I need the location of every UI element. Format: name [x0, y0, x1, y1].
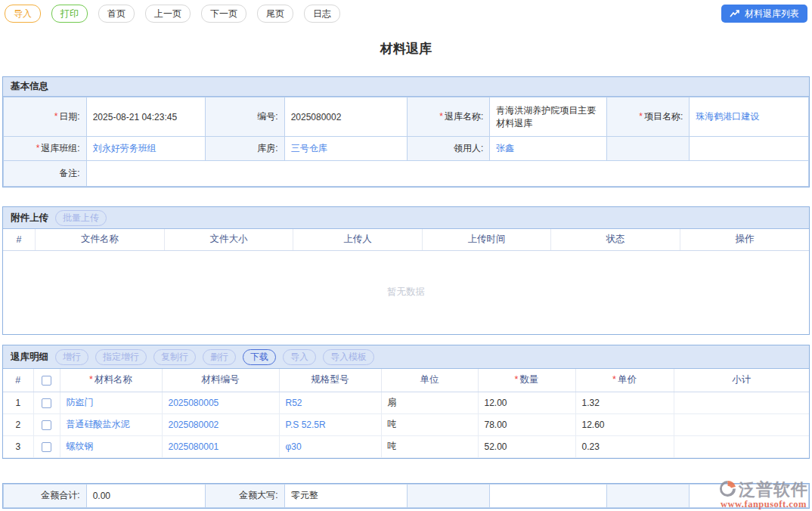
- copy-row-button[interactable]: 复制行: [153, 349, 196, 365]
- row-checkbox[interactable]: [42, 442, 51, 452]
- remark-field[interactable]: [86, 161, 808, 187]
- det-col-subtotal: 小计: [674, 369, 809, 392]
- att-col-uploader: 上传人: [293, 229, 423, 250]
- det-col-select: [33, 369, 60, 392]
- empty-field: [690, 137, 809, 161]
- recipient-label-cell: 领用人:: [407, 137, 490, 161]
- det-col-material-name: *材料名称: [60, 369, 162, 392]
- material-code-cell: 2025080002: [162, 413, 279, 435]
- det-col-index: #: [3, 369, 33, 392]
- qty-cell[interactable]: 52.00: [478, 435, 575, 457]
- subtotal-cell: [674, 435, 809, 457]
- download-button[interactable]: 下载: [243, 349, 276, 365]
- date-label-cell: *日期:: [4, 98, 87, 137]
- empty-label-cell: [606, 137, 690, 161]
- recipient-field[interactable]: 张鑫: [490, 137, 606, 161]
- detail-title: 退库明细: [11, 351, 48, 364]
- det-col-price: *单价: [575, 369, 674, 392]
- det-col-material-code: 材料编号: [162, 369, 279, 392]
- project-link[interactable]: 珠海鹤港口建设: [696, 111, 759, 122]
- qty-cell[interactable]: 78.00: [478, 413, 575, 435]
- attachments-empty-row: 暂无数据: [3, 250, 809, 334]
- det-col-qty: *数量: [478, 369, 575, 392]
- detail-table: # *材料名称 材料编号 规格型号 单位 *数量 *单价 小计 1 防盗门 20…: [3, 369, 809, 458]
- log-button[interactable]: 日志: [304, 5, 340, 23]
- detail-row: 1 防盗门 2025080005 R52 扇 12.00 1.32: [3, 392, 809, 413]
- qty-cell[interactable]: 12.00: [478, 392, 575, 413]
- material-name-link[interactable]: 普通硅酸盐水泥: [67, 419, 130, 429]
- material-name-cell: 螺纹钢: [60, 435, 162, 457]
- list-button-label: 材料退库列表: [745, 8, 799, 19]
- material-code-link[interactable]: 2025080005: [169, 398, 219, 408]
- spec-link[interactable]: P.S 52.5R: [286, 420, 326, 430]
- prev-page-button[interactable]: 上一页: [145, 5, 191, 23]
- amount-caps-field: 零元整: [284, 484, 407, 507]
- return-name-field[interactable]: 青海洪湖养护院项目主要材料退库: [490, 98, 606, 137]
- price-cell[interactable]: 12.60: [575, 413, 674, 435]
- import-button[interactable]: 导入: [5, 5, 41, 23]
- att-col-status: 状态: [551, 229, 680, 250]
- team-label-cell: *退库班组:: [4, 137, 87, 161]
- team-link[interactable]: 刘永好劳务班组: [93, 143, 157, 153]
- detail-row: 2 普通硅酸盐水泥 2025080002 P.S 52.5R 吨 78.00 1…: [3, 413, 809, 435]
- top-toolbar: 导入 打印 首页 上一页 下一页 尾页 日志 材料退库列表: [0, 0, 812, 23]
- next-page-button[interactable]: 下一页: [201, 5, 246, 23]
- basic-info-header: 基本信息: [3, 77, 809, 97]
- det-col-unit: 单位: [381, 369, 478, 392]
- add-row-button[interactable]: 增行: [55, 349, 88, 365]
- select-all-checkbox[interactable]: [42, 376, 51, 386]
- summary-empty-field-1: [490, 484, 606, 507]
- warehouse-field[interactable]: 三号仓库: [284, 137, 407, 161]
- import-rows-button[interactable]: 导入: [283, 349, 316, 365]
- det-col-spec: 规格型号: [279, 369, 381, 392]
- team-field[interactable]: 刘永好劳务班组: [86, 137, 206, 161]
- material-code-link[interactable]: 2025080002: [169, 420, 219, 430]
- detail-header-row: # *材料名称 材料编号 规格型号 单位 *数量 *单价 小计: [3, 369, 809, 392]
- attachments-section: 附件上传 批量上传 # 文件名称 文件大小 上传人 上传时间 状态 操作 暂无数…: [2, 206, 810, 335]
- spec-cell: R52: [279, 392, 381, 413]
- price-cell[interactable]: 0.23: [575, 435, 674, 457]
- remark-label-cell: 备注:: [4, 161, 87, 187]
- spec-cell: φ30: [279, 435, 381, 457]
- row-checkbox[interactable]: [42, 420, 51, 430]
- attachments-table: # 文件名称 文件大小 上传人 上传时间 状态 操作 暂无数据: [3, 229, 809, 334]
- att-col-actions: 操作: [680, 229, 809, 250]
- last-page-button[interactable]: 尾页: [257, 5, 293, 23]
- att-col-file-size: 文件大小: [164, 229, 293, 250]
- project-field[interactable]: 珠海鹤港口建设: [690, 98, 809, 137]
- row-select-cell: [33, 392, 60, 413]
- unit-cell: 扇: [381, 392, 478, 413]
- subtotal-cell: [674, 392, 809, 413]
- page-title: 材料退库: [0, 42, 812, 57]
- row-index: 3: [3, 435, 33, 457]
- first-page-button[interactable]: 首页: [98, 5, 135, 23]
- warehouse-link[interactable]: 三号仓库: [291, 143, 327, 153]
- material-code-link[interactable]: 2025080001: [169, 441, 219, 452]
- code-field[interactable]: 2025080002: [284, 98, 407, 137]
- detail-row: 3 螺纹钢 2025080001 φ30 吨 52.00 0.23: [3, 435, 809, 457]
- row-select-cell: [33, 413, 60, 435]
- material-name-cell: 防盗门: [60, 392, 162, 413]
- summary-table: 金额合计: 0.00 金额大写: 零元整: [3, 484, 809, 508]
- row-checkbox[interactable]: [42, 398, 51, 408]
- material-name-link[interactable]: 螺纹钢: [67, 441, 94, 451]
- spec-link[interactable]: R52: [286, 398, 302, 408]
- price-cell[interactable]: 1.32: [575, 392, 674, 413]
- import-template-button[interactable]: 导入模板: [323, 349, 374, 365]
- insert-row-button[interactable]: 指定增行: [95, 349, 147, 365]
- unit-cell: 吨: [381, 435, 478, 457]
- att-col-upload-time: 上传时间: [422, 229, 551, 250]
- spec-cell: P.S 52.5R: [279, 413, 381, 435]
- recipient-link[interactable]: 张鑫: [496, 143, 514, 153]
- unit-cell: 吨: [381, 413, 478, 435]
- batch-upload-button[interactable]: 批量上传: [55, 210, 107, 226]
- project-label-cell: *项目名称:: [606, 98, 690, 137]
- material-return-list-button[interactable]: 材料退库列表: [721, 5, 807, 23]
- amount-caps-label-cell: 金额大写:: [206, 484, 284, 507]
- delete-row-button[interactable]: 删行: [203, 349, 236, 365]
- spec-link[interactable]: φ30: [286, 441, 302, 452]
- material-name-link[interactable]: 防盗门: [67, 397, 94, 407]
- date-field[interactable]: 2025-08-21 04:23:45: [86, 98, 206, 137]
- print-button[interactable]: 打印: [51, 5, 88, 23]
- amount-total-label-cell: 金额合计:: [4, 484, 87, 507]
